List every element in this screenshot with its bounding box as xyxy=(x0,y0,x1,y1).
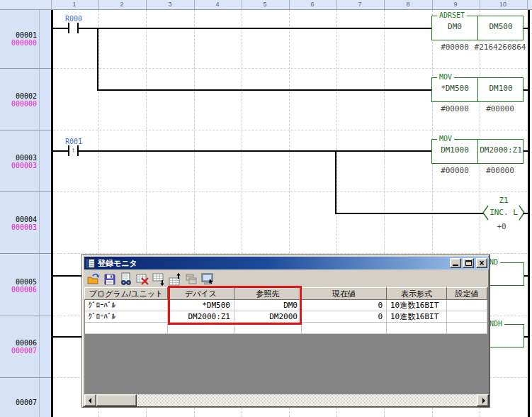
col-header-device: デバイス xyxy=(168,288,234,300)
insert-row-above-icon[interactable] xyxy=(168,272,182,287)
box-divider xyxy=(477,16,478,40)
restore-icon[interactable] xyxy=(86,272,101,287)
column-number: 5 xyxy=(263,1,266,8)
rung-number-6[interactable]: 00006 000007 xyxy=(0,339,37,355)
monitor-value: #00000 xyxy=(441,166,469,175)
operand[interactable]: DM1000 xyxy=(441,145,469,155)
registration-monitor-dialog: 登録モニタ × xyxy=(81,254,490,408)
right-power-rail xyxy=(528,10,530,417)
rung-step: 00003 xyxy=(0,154,37,162)
monitor-row: ｸﾞﾛｰﾊﾞﾙ *DM500 DM0 0 10進数16BIT xyxy=(85,300,487,311)
wire xyxy=(524,275,528,277)
rung-number-7[interactable]: 00007 xyxy=(0,399,37,406)
column-tick xyxy=(527,0,528,9)
wire xyxy=(523,89,528,91)
rung-address: 000006 xyxy=(0,286,37,294)
monitor-display-icon[interactable] xyxy=(200,272,215,287)
operand[interactable]: DM500 xyxy=(489,22,512,31)
insert-row-below-icon[interactable] xyxy=(152,272,166,287)
rung-boundary xyxy=(0,68,51,69)
column-number: 8 xyxy=(406,1,409,8)
delete-row-icon[interactable] xyxy=(135,272,149,287)
rung-boundary xyxy=(0,316,51,316)
horizontal-scrollbar xyxy=(84,394,489,406)
arrow-right-icon xyxy=(482,398,485,404)
column-tick xyxy=(51,0,52,9)
column-tick xyxy=(194,0,195,9)
save-icon[interactable] xyxy=(103,272,117,287)
rung-step: 00006 xyxy=(0,339,37,347)
cell-set-value[interactable] xyxy=(447,300,487,311)
windows-icon xyxy=(184,272,198,287)
operand[interactable]: DM2000:Z1 xyxy=(480,145,522,155)
monitor-value: #00000 xyxy=(441,104,469,113)
column-number: 6 xyxy=(310,1,314,8)
monitor-value: #2164260864 xyxy=(475,43,526,52)
rung-address: 000003 xyxy=(0,162,37,169)
column-tick xyxy=(480,0,480,9)
dialog-toolbar xyxy=(84,271,489,287)
cell-current-value[interactable]: 0 xyxy=(302,300,387,311)
scrollbar-track[interactable] xyxy=(137,394,477,406)
close-button[interactable]: × xyxy=(476,258,487,268)
cell-device[interactable]: DM2000:Z1 xyxy=(168,311,234,323)
rung-number-2[interactable]: 00002 000000 xyxy=(0,92,37,108)
branch-wire xyxy=(335,150,336,214)
rung-number-5[interactable]: 00005 000006 xyxy=(0,278,37,294)
scroll-right-button[interactable] xyxy=(477,394,489,406)
maximize-icon xyxy=(465,260,472,266)
column-tick xyxy=(98,0,99,9)
rung-number-3[interactable]: 00003 000003 xyxy=(0,154,37,169)
wire xyxy=(335,213,484,214)
wire xyxy=(97,89,431,91)
col-header-display-format: 表示形式 xyxy=(387,288,447,300)
column-number: 2 xyxy=(120,1,123,8)
scrollbar-thumb[interactable] xyxy=(96,394,137,406)
rung-boundary xyxy=(0,253,51,254)
minimize-button[interactable] xyxy=(450,258,461,268)
rung-number-1[interactable]: 00001 000000 xyxy=(0,31,37,47)
cell-reference: DM2000 xyxy=(234,311,302,323)
cell-device[interactable]: *DM500 xyxy=(168,300,234,311)
rung-number-4[interactable]: 00004 000003 xyxy=(0,216,37,231)
dialog-titlebar[interactable]: 登録モニタ × xyxy=(84,257,489,269)
selected-device-cell[interactable] xyxy=(168,323,234,334)
rung-step: 00002 xyxy=(0,92,37,100)
wire xyxy=(523,28,528,29)
cell-display-format[interactable]: 10進数16BIT xyxy=(387,300,447,311)
rung-step: 00005 xyxy=(0,278,37,286)
cell-reference xyxy=(234,323,302,334)
col-header-reference: 参照先 xyxy=(234,288,302,300)
header-row: プログラム/ユニット デバイス 参照先 現在値 表示形式 設定値 xyxy=(85,288,487,300)
contact-bar[interactable] xyxy=(68,23,69,33)
cell-current-value xyxy=(302,323,387,334)
margin-divider xyxy=(39,10,40,417)
instruction-label: MOV xyxy=(437,73,454,81)
rung-step: 00007 xyxy=(0,399,37,406)
operand[interactable]: DM100 xyxy=(489,84,512,93)
dialog-icon xyxy=(86,259,95,268)
wire xyxy=(523,150,528,152)
scroll-left-button[interactable] xyxy=(84,394,96,406)
cell-program[interactable]: ｸﾞﾛｰﾊﾞﾙ xyxy=(85,311,168,323)
cell-current-value[interactable]: 0 xyxy=(302,311,387,323)
cell-program[interactable]: ｸﾞﾛｰﾊﾞﾙ xyxy=(85,300,168,311)
wire xyxy=(523,213,528,214)
operand[interactable]: DM0 xyxy=(448,22,462,31)
find-register-icon[interactable] xyxy=(119,272,133,287)
maximize-button[interactable] xyxy=(463,258,474,268)
cell-display-format[interactable]: 10進数16BIT xyxy=(387,311,447,323)
cell-program[interactable] xyxy=(85,323,168,334)
column-tick xyxy=(384,0,385,9)
close-icon: × xyxy=(477,259,487,267)
rung-boundary xyxy=(0,377,51,378)
coil-mnemonic[interactable]: INC. L xyxy=(489,208,518,217)
arrow-left-icon xyxy=(89,398,91,404)
wire xyxy=(79,28,431,29)
operand[interactable]: *DM500 xyxy=(441,84,469,93)
ladder-editor-screen: 1 2 3 4 5 6 7 8 9 10 00001 000000 00002 … xyxy=(0,0,532,417)
cell-set-value[interactable] xyxy=(447,311,487,323)
empty-row xyxy=(85,323,487,334)
rung-address: 000000 xyxy=(0,100,37,108)
column-tick xyxy=(289,0,290,9)
